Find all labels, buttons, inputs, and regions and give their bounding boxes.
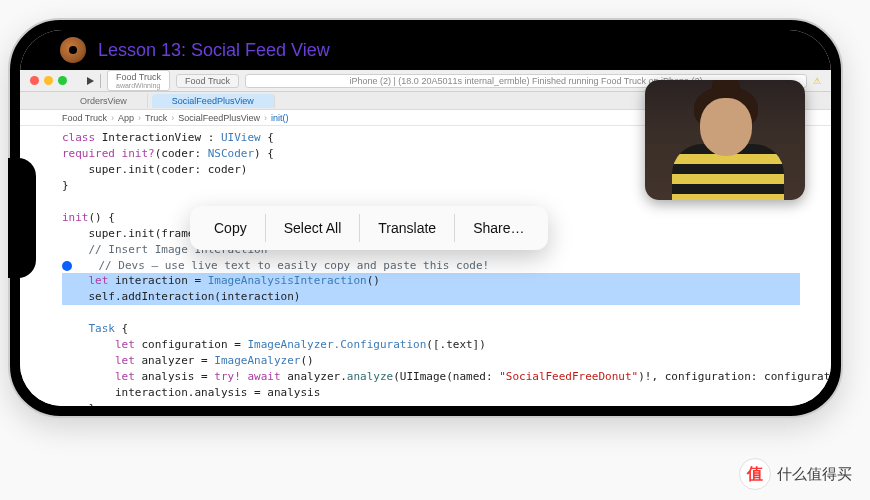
share-button[interactable]: Share… <box>455 206 542 250</box>
breadcrumb-item[interactable]: Truck <box>145 113 167 123</box>
close-icon[interactable] <box>30 76 39 85</box>
code-text: } <box>62 402 95 406</box>
menu-label: Copy <box>214 220 247 236</box>
text-context-menu: Copy Select All Translate Share… <box>190 206 548 250</box>
tab-ordersview[interactable]: OrdersView <box>60 94 148 108</box>
code-text: (coder: <box>155 147 208 160</box>
tab-label: OrdersView <box>80 96 127 106</box>
code-text <box>62 338 115 351</box>
code-kw: let <box>115 338 135 351</box>
select-all-button[interactable]: Select All <box>266 206 360 250</box>
run-button-icon[interactable] <box>87 77 94 85</box>
donut-app-icon <box>60 37 86 63</box>
minimize-icon[interactable] <box>44 76 53 85</box>
phone-screen: Lesson 13: Social Feed View Food Truck a… <box>20 30 831 406</box>
zoom-icon[interactable] <box>58 76 67 85</box>
code-text: ) { <box>254 147 274 160</box>
copy-button[interactable]: Copy <box>196 206 265 250</box>
menu-label: Select All <box>284 220 342 236</box>
scheme-subtitle: awardWinning <box>116 82 161 89</box>
speaker-avatar <box>660 88 790 200</box>
code-fn: analyze <box>347 370 393 383</box>
code-kw: let <box>115 370 135 383</box>
code-text <box>62 354 115 367</box>
code-text: interaction = <box>108 274 207 287</box>
code-text: ([.text]) <box>426 338 486 351</box>
selection-line: let interaction = ImageAnalysisInteracti… <box>62 273 800 289</box>
run-destination[interactable]: Food Truck <box>176 74 239 88</box>
code-type: UIView <box>221 131 261 144</box>
selection-start-handle[interactable] <box>62 261 72 271</box>
badge-char: 值 <box>747 464 763 485</box>
code-type: ImageAnalysisInteraction <box>208 274 367 287</box>
code-kw: class <box>62 131 95 144</box>
code-text <box>115 147 122 160</box>
tab-socialfeedplusview[interactable]: SocialFeedPlusView <box>152 94 275 108</box>
code-text <box>62 370 115 383</box>
scheme-selector[interactable]: Food Truck awardWinning <box>107 70 170 91</box>
code-text: InteractionView : <box>95 131 221 144</box>
code-text <box>62 322 89 335</box>
code-text: { <box>115 322 128 335</box>
breadcrumb-item[interactable]: SocialFeedPlusView <box>178 113 260 123</box>
code-type: ImageAnalyzer <box>214 354 300 367</box>
code-text: { <box>261 131 274 144</box>
code-text: () <box>300 354 313 367</box>
code-text <box>62 243 89 256</box>
code-kw: init? <box>122 147 155 160</box>
code-comment: // Devs – use live text to easily copy a… <box>99 259 490 272</box>
breadcrumb-item[interactable]: App <box>118 113 134 123</box>
picture-in-picture-speaker[interactable] <box>645 80 805 200</box>
scheme-name: Food Truck <box>116 72 161 82</box>
chevron-right-icon: › <box>111 113 114 123</box>
code-string: "SocialFeedFreeDonut" <box>499 370 638 383</box>
window-controls[interactable] <box>30 76 67 85</box>
chevron-right-icon: › <box>264 113 267 123</box>
code-text: analysis = <box>135 370 214 383</box>
code-text: analyzer. <box>281 370 347 383</box>
code-kw: let <box>89 274 109 287</box>
phone-notch <box>8 158 36 278</box>
breadcrumb-item[interactable]: Food Truck <box>62 113 107 123</box>
separator <box>100 74 101 88</box>
lesson-title: Lesson 13: Social Feed View <box>98 40 330 61</box>
iphone-frame: Lesson 13: Social Feed View Food Truck a… <box>8 18 843 418</box>
code-kw: init <box>62 211 89 224</box>
code-text: super.init(coder: coder) <box>62 163 247 176</box>
code-type: Task <box>89 322 116 335</box>
code-kw: let <box>115 354 135 367</box>
video-header: Lesson 13: Social Feed View <box>20 30 831 70</box>
smzdm-badge-icon: 值 <box>739 458 771 490</box>
chevron-right-icon: › <box>171 113 174 123</box>
code-text: )!, configuration: configuration) <box>638 370 831 383</box>
run-destination-label: Food Truck <box>185 76 230 86</box>
menu-label: Translate <box>378 220 436 236</box>
code-text: configuration = <box>135 338 248 351</box>
translate-button[interactable]: Translate <box>360 206 454 250</box>
code-kw: required <box>62 147 115 160</box>
menu-label: Share… <box>473 220 524 236</box>
code-type: ImageAnalyzer.Configuration <box>247 338 426 351</box>
code-text: interaction.analysis = analysis <box>62 386 320 399</box>
code-text: () { <box>89 211 116 224</box>
tab-label: SocialFeedPlusView <box>172 96 254 106</box>
selection-line: self.addInteraction(interaction) <box>62 289 800 305</box>
code-type: NSCoder <box>208 147 254 160</box>
code-text: () <box>367 274 380 287</box>
code-text: (UIImage(named: <box>393 370 499 383</box>
breadcrumb-item[interactable]: init() <box>271 113 289 123</box>
smzdm-brand-text: 什么值得买 <box>777 465 852 484</box>
smzdm-watermark: 值 什么值得买 <box>739 458 852 490</box>
warning-icon[interactable]: ⚠︎ <box>813 76 821 86</box>
code-text: super.init(frame: <box>62 227 208 240</box>
code-text <box>72 259 99 272</box>
code-text: } <box>62 179 69 192</box>
code-text: analyzer = <box>135 354 214 367</box>
code-kw: try! await <box>214 370 280 383</box>
code-text <box>62 274 89 287</box>
chevron-right-icon: › <box>138 113 141 123</box>
code-text: self.addInteraction(interaction) <box>62 290 300 303</box>
